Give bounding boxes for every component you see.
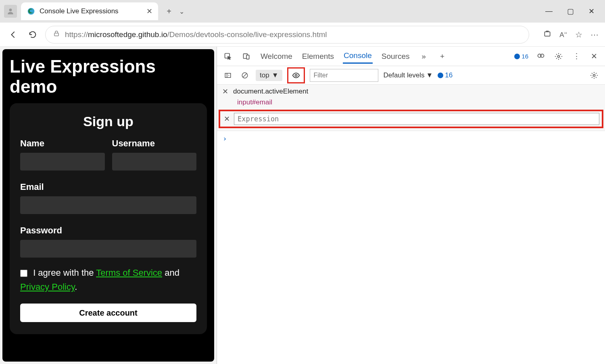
filter-input[interactable] [310,69,378,82]
address-bar: https://microsoftedge.github.io/Demos/de… [0,23,605,47]
window-controls: ― ▢ ✕ [545,7,605,16]
profile-icon[interactable] [4,5,17,18]
device-toggle-icon[interactable] [241,51,252,62]
chevron-down-icon: ▼ [426,71,433,79]
signup-card: Sign up Name Username Email Password [10,103,207,334]
toolbar-issues[interactable]: 16 [438,71,453,79]
devtools-panel: Welcome Elements Console Sources » + 16 … [217,47,605,364]
edge-favicon-icon [27,7,35,16]
agree-checkbox[interactable] [20,270,27,277]
username-label: Username [112,138,197,149]
app-icon[interactable] [543,29,551,40]
maximize-button[interactable]: ▢ [567,7,574,16]
live-expression-icon[interactable] [290,69,302,81]
console-settings-icon[interactable] [588,69,600,81]
tab-sources[interactable]: Sources [381,50,411,63]
tab-console[interactable]: Console [343,49,373,64]
email-input[interactable] [20,196,196,214]
issues-badge[interactable]: 16 [514,53,528,60]
back-button[interactable] [6,28,20,42]
page-title: Live Expressions demo [10,56,207,97]
context-selector[interactable]: top ▼ [256,70,282,81]
more-tabs-icon[interactable]: » [418,51,429,62]
tab-title: Console Live Expressions [40,7,142,15]
svg-rect-10 [225,73,231,77]
read-aloud-icon[interactable]: A›› [559,30,567,39]
console-prompt-icon: › [223,134,227,143]
privacy-link[interactable]: Privacy Policy [20,282,75,292]
name-label: Name [20,138,105,149]
clear-console-icon[interactable] [239,69,251,81]
tos-link[interactable]: Terms of Service [96,268,162,278]
tab-overflow-icon[interactable]: ⌄ [177,7,186,15]
settings-icon[interactable] [553,51,564,62]
svg-line-13 [243,73,247,77]
inspect-icon[interactable] [223,51,233,62]
console-body[interactable]: › [217,131,605,146]
tab-welcome[interactable]: Welcome [260,50,293,63]
chevron-down-icon: ▼ [272,71,279,79]
minimize-button[interactable]: ― [545,7,553,16]
feedback-icon[interactable] [536,51,546,62]
new-tab-button[interactable]: + [163,5,175,17]
console-toolbar: top ▼ Default levels ▼ 16 [217,66,605,85]
live-expression-button-highlight [287,67,305,83]
new-expression-highlight: ✕ [219,110,603,128]
username-input[interactable] [112,153,197,171]
devtools-tabbar: Welcome Elements Console Sources » + 16 … [217,47,605,66]
password-input[interactable] [20,240,196,258]
svg-point-14 [295,74,297,76]
close-window-button[interactable]: ✕ [588,7,595,16]
create-account-button[interactable]: Create account [20,304,196,322]
devtools-close-icon[interactable]: ✕ [589,51,599,62]
browser-titlebar: Console Live Expressions ✕ + ⌄ ― ▢ ✕ [0,0,605,23]
favorite-icon[interactable]: ☆ [575,30,582,40]
svg-point-15 [593,74,595,76]
tab-close-icon[interactable]: ✕ [146,7,152,16]
email-label: Email [20,182,196,192]
live-expression-1: ✕ document.activeElement [217,85,605,98]
remove-expression-icon[interactable]: ✕ [223,114,231,123]
log-levels-selector[interactable]: Default levels ▼ [383,71,433,79]
expression-input[interactable] [234,113,599,125]
refresh-button[interactable] [26,28,40,42]
browser-tab[interactable]: Console Live Expressions ✕ [21,2,158,20]
svg-point-0 [9,8,12,11]
svg-rect-2 [54,33,59,36]
kebab-icon[interactable]: ⋮ [571,51,582,62]
card-title: Sign up [20,114,196,129]
password-label: Password [20,225,196,236]
expression-result: input#email [221,98,272,106]
live-expression-section: ✕ document.activeElement input#email ✕ [217,85,605,131]
menu-icon[interactable]: ⋯ [590,30,599,40]
lock-icon [53,30,60,39]
sidebar-toggle-icon[interactable] [222,69,234,81]
tab-elements[interactable]: Elements [301,50,335,63]
url-text: https://microsoftedge.github.io/Demos/de… [65,30,327,39]
svg-point-9 [558,55,560,57]
svg-rect-6 [246,55,249,59]
remove-expression-icon[interactable]: ✕ [221,87,229,96]
url-field[interactable]: https://microsoftedge.github.io/Demos/de… [45,26,529,44]
svg-rect-3 [545,32,550,36]
name-input[interactable] [20,153,105,171]
expression-text[interactable]: document.activeElement [233,87,308,96]
agree-text: I agree with the Terms of Service and Pr… [20,266,196,294]
demo-page: Live Expressions demo Sign up Name Usern… [2,49,214,362]
add-tab-icon[interactable]: + [437,51,447,62]
